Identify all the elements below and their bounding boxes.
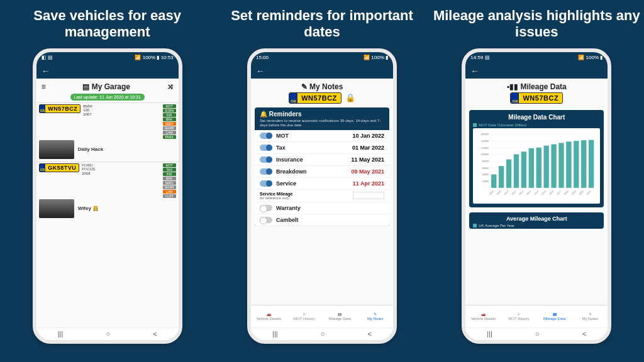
nav-home[interactable]: ○ — [321, 330, 325, 337]
tab-my notes[interactable]: ✎ My Notes — [572, 305, 608, 327]
reminder-toggle[interactable] — [260, 156, 272, 163]
notes-title: ✎ My Notes — [251, 79, 393, 92]
tab-vehicle details[interactable]: 🚗 Vehicle Details — [251, 305, 287, 327]
svg-text:2017: 2017 — [556, 190, 562, 196]
nav-back[interactable]: < — [367, 330, 371, 337]
svg-text:40000: 40000 — [482, 173, 489, 176]
reminder-row: Tax 01 Mar 2022 — [255, 142, 389, 154]
reminder-row: Service 11 Apr 2021 — [255, 178, 389, 190]
tab-mot history[interactable]: ⛭ MOT History — [286, 305, 322, 327]
tab-icon: ⛭ — [303, 312, 306, 316]
svg-rect-28 — [536, 148, 541, 188]
svg-text:2011: 2011 — [503, 190, 509, 196]
nav-back[interactable]: < — [153, 330, 157, 337]
panel-notes: Set reminders for important dates 15:00 … — [218, 0, 426, 362]
status-right: 📶 100% ▮ — [364, 55, 388, 60]
garage-icon: ▤ — [82, 82, 91, 91]
tab-mot history[interactable]: ⛭ MOT History — [501, 305, 537, 327]
svg-rect-34 — [559, 143, 564, 187]
bars-icon: ▪▮▮ — [507, 82, 521, 91]
reminder-row: Breakdown 09 May 2021 — [255, 166, 389, 178]
headline-mileage: Mileage analysis highlights any issues — [433, 8, 640, 41]
panel-mileage: Mileage analysis highlights any issues 1… — [433, 0, 640, 362]
svg-rect-20 — [506, 159, 511, 187]
status-time: 14:59 ▤ — [470, 55, 489, 60]
back-icon[interactable]: ← — [256, 66, 265, 76]
svg-text:120000: 120000 — [481, 146, 489, 150]
topbar: ← — [251, 63, 393, 79]
plate: GBGK58TVU — [39, 163, 80, 172]
svg-rect-26 — [529, 148, 534, 188]
reminder-row: MOT 10 Jan 2022 — [255, 130, 389, 142]
status-badges: MOTTAXINSBRKSERVWARRCAMCUST — [163, 163, 176, 198]
statusbar: 15:00 📶 100% ▮ — [251, 52, 393, 63]
reminder-date[interactable]: 11 May 2021 — [351, 156, 384, 163]
service-mileage-input[interactable] — [353, 192, 384, 199]
svg-text:2020: 2020 — [579, 190, 585, 196]
statusbar: ◧ ▤ 📶 100% ▮ 10:53 — [36, 52, 179, 63]
svg-rect-30 — [544, 145, 549, 187]
tab-vehicle details[interactable]: 🚗 Vehicle Details — [465, 305, 501, 327]
reminder-toggle[interactable] — [260, 168, 272, 175]
svg-rect-18 — [499, 166, 504, 188]
reminder-toggle[interactable] — [260, 180, 272, 187]
back-icon[interactable]: ← — [470, 66, 479, 76]
reminder-date[interactable]: 11 Apr 2021 — [353, 180, 384, 187]
svg-text:2013: 2013 — [518, 190, 525, 196]
status-right: 📶 100% ▮ — [578, 55, 602, 60]
back-icon[interactable]: ← — [42, 66, 50, 76]
headline-garage: Save vehicles for easy management — [4, 8, 211, 41]
reminder-date[interactable]: 10 Jan 2022 — [352, 133, 384, 139]
reminders-card: 🔔 Reminders Set reminders to receive aut… — [255, 107, 389, 226]
menu-icon[interactable]: ≡ — [42, 82, 46, 91]
reminder-toggle[interactable] — [260, 217, 272, 223]
plate[interactable]: GBWN57BCZ — [510, 92, 563, 104]
bell-icon: 🔔 — [260, 111, 269, 118]
status-time: 15:00 — [256, 55, 269, 60]
android-navbar: ||| ○ < — [36, 327, 179, 340]
nav-recent[interactable]: ||| — [487, 330, 492, 337]
reminder-date[interactable]: 01 Mar 2022 — [352, 145, 384, 151]
chart-legend: MOT Data Odometer (Miles) — [473, 123, 600, 127]
svg-text:2010: 2010 — [496, 190, 502, 196]
last-update: Last update: 11 Jun 2020 at 10:31 — [70, 94, 145, 100]
nav-recent[interactable]: ||| — [58, 330, 64, 337]
svg-text:20000: 20000 — [482, 180, 489, 183]
nav-home[interactable]: ○ — [106, 330, 110, 337]
svg-text:2010: 2010 — [489, 190, 495, 196]
nav-back[interactable]: < — [582, 330, 586, 337]
svg-rect-40 — [581, 140, 586, 188]
tab-my notes[interactable]: ✎ My Notes — [357, 305, 393, 327]
reminders-desc: Set reminders to receive automatic notif… — [260, 119, 384, 128]
svg-rect-42 — [589, 140, 594, 187]
reminders-title: 🔔 Reminders — [260, 111, 384, 118]
reminder-toggle[interactable] — [260, 145, 272, 151]
plate[interactable]: GBWN57BCZ — [289, 92, 341, 104]
android-navbar: ||| ○ < — [465, 327, 608, 340]
nav-home[interactable]: ○ — [535, 330, 540, 337]
svg-rect-16 — [491, 174, 496, 187]
tab-mileage data[interactable]: ▮▮ Mileage Data — [536, 305, 572, 327]
pencil-icon: ✎ — [301, 82, 309, 91]
svg-text:100000: 100000 — [481, 153, 489, 156]
svg-text:2014: 2014 — [533, 189, 540, 195]
tab-mileage data[interactable]: ▮▮ Mileage Data — [322, 305, 358, 327]
svg-text:80000: 80000 — [482, 160, 489, 163]
phone-mileage: 14:59 ▤ 📶 100% ▮ ← ▪▮▮ Mileage Data GBWN… — [462, 48, 611, 344]
nav-recent[interactable]: ||| — [272, 330, 278, 337]
svg-text:2015: 2015 — [541, 190, 547, 196]
bottom-tabs: 🚗 Vehicle Details ⛭ MOT History ▮▮ Milea… — [465, 305, 608, 327]
reminder-toggle[interactable] — [260, 205, 272, 211]
reminder-date[interactable]: 09 May 2021 — [351, 168, 384, 175]
tab-icon: ✎ — [589, 312, 592, 316]
svg-text:2020: 2020 — [586, 190, 592, 196]
svg-rect-38 — [574, 141, 579, 188]
vehicle-row[interactable]: GBGK58TVU FORDFOCUS2008 MOTTAXINSBRKSERV… — [36, 162, 179, 221]
svg-rect-32 — [552, 144, 557, 187]
reminder-toggle[interactable] — [260, 133, 272, 139]
phone-notes: 15:00 📶 100% ▮ ← ✎ My Notes GBWN57BCZ 🔒 … — [247, 48, 397, 344]
lock-icon[interactable]: 🔒 — [345, 93, 355, 102]
shuffle-icon[interactable]: ⤭ — [167, 82, 174, 91]
svg-text:60000: 60000 — [482, 167, 489, 170]
vehicle-row[interactable]: GBWN57BCZ BMW1302007 MOTSORNINSBRKSERVWA… — [36, 102, 179, 162]
